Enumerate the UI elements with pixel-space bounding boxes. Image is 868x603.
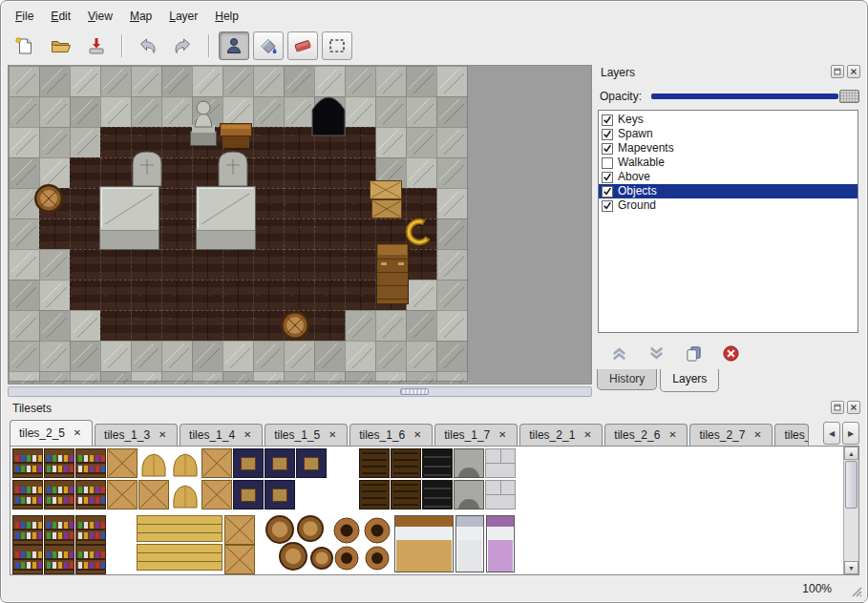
- map-h-scrollbar-thumb[interactable]: [400, 388, 429, 395]
- menu-item-file[interactable]: File: [7, 7, 42, 26]
- map-editor-window: FileEditViewMapLayerHelp Layers Opacity:…: [0, 0, 868, 603]
- tab-scroll-left-button[interactable]: ◀: [823, 422, 840, 445]
- tileset-tab-tiles_1_3[interactable]: tiles_1_3✕: [95, 424, 178, 446]
- tileset-canvas[interactable]: [11, 447, 828, 574]
- tilesets-panel-window-buttons: [831, 401, 860, 414]
- layer-row-objects[interactable]: Objects: [599, 184, 857, 198]
- close-tab-icon[interactable]: ✕: [242, 429, 253, 441]
- layer-visibility-checkbox[interactable]: [602, 143, 613, 155]
- layer-visibility-checkbox[interactable]: [602, 200, 613, 212]
- lower-layer-button[interactable]: [645, 343, 667, 364]
- layer-visibility-checkbox[interactable]: [602, 157, 613, 169]
- tileset-tab-tiles_2_7[interactable]: tiles_2_7✕: [689, 424, 773, 446]
- open-button[interactable]: [45, 31, 75, 60]
- opacity-label: Opacity:: [600, 90, 642, 103]
- tileset-tab-tiles_1_4[interactable]: tiles_1_4✕: [180, 424, 263, 446]
- layer-label: Walkable: [618, 156, 665, 169]
- duplicate-layer-button[interactable]: [682, 343, 705, 364]
- close-panel-button[interactable]: [847, 65, 860, 78]
- opacity-slider-fill: [651, 94, 838, 99]
- scroll-up-button[interactable]: ▲: [844, 447, 858, 460]
- opacity-slider[interactable]: [651, 94, 859, 99]
- tileset-v-scrollbar-thumb[interactable]: [845, 461, 857, 509]
- raise-layer-button[interactable]: [607, 343, 630, 364]
- scroll-down-button[interactable]: ▼: [844, 561, 858, 574]
- close-panel-button[interactable]: [847, 401, 860, 414]
- tileset-viewport: ▲ ▼: [10, 446, 859, 575]
- select-tool-button[interactable]: [322, 31, 352, 60]
- tileset-tab-tiles_2_1[interactable]: tiles_2_1✕: [519, 424, 603, 446]
- zoom-level: 100%: [802, 582, 832, 595]
- layers-panel: Layers Opacity: KeysSpawnMapeventsWalkab…: [596, 65, 861, 395]
- tileset-tab-tiles_2_6[interactable]: tiles_2_6✕: [604, 424, 688, 446]
- layers-panel-window-buttons: [831, 65, 860, 78]
- tileset-tab-label: tiles_1_7: [444, 428, 490, 442]
- layer-label: Ground: [618, 199, 656, 212]
- float-panel-button[interactable]: [831, 401, 844, 414]
- eraser-tool-button[interactable]: [287, 31, 318, 60]
- map-canvas[interactable]: [9, 66, 591, 384]
- tab-scroll-right-button[interactable]: ▶: [842, 422, 859, 445]
- tileset-tab-tiles_1_5[interactable]: tiles_1_5✕: [265, 424, 348, 446]
- close-tab-icon[interactable]: ✕: [157, 429, 168, 441]
- save-icon: [86, 35, 107, 56]
- panel-tab-layers[interactable]: Layers: [660, 369, 719, 392]
- layer-row-mapevents[interactable]: Mapevents: [599, 141, 857, 156]
- tileset-tab-label: tiles_1_3: [104, 428, 150, 442]
- layer-row-spawn[interactable]: Spawn: [599, 127, 857, 141]
- undo-button[interactable]: [132, 31, 162, 60]
- layer-visibility-checkbox[interactable]: [602, 114, 613, 126]
- undo-icon: [137, 35, 158, 56]
- tileset-tab-label: tiles_2_5: [19, 426, 65, 440]
- layer-label: Spawn: [618, 128, 653, 140]
- tileset-v-scrollbar[interactable]: ▲ ▼: [843, 447, 858, 574]
- duplicate-layer-icon: [685, 344, 703, 363]
- redo-button[interactable]: [168, 31, 199, 60]
- menu-item-map[interactable]: Map: [121, 7, 160, 26]
- close-tab-icon[interactable]: ✕: [327, 429, 338, 441]
- layer-row-above[interactable]: Above: [599, 170, 857, 184]
- new-button[interactable]: [9, 31, 39, 60]
- stamp-tool-icon: [223, 35, 244, 56]
- map-h-scrollbar[interactable]: [8, 386, 592, 397]
- close-tab-icon[interactable]: ✕: [412, 429, 423, 441]
- fill-tool-button[interactable]: [253, 31, 284, 60]
- panel-tabs: HistoryLayers: [597, 369, 722, 392]
- save-button[interactable]: [81, 31, 112, 60]
- layer-row-ground[interactable]: Ground: [599, 198, 857, 213]
- tileset-tab-tiles[interactable]: tiles_: [774, 424, 809, 446]
- tilesets-panel-header: Tilesets: [8, 401, 861, 417]
- tab-scroll-buttons: ◀▶: [823, 422, 859, 445]
- layer-row-walkable[interactable]: Walkable: [599, 156, 857, 170]
- menu-item-view[interactable]: View: [79, 7, 121, 26]
- resize-grip-icon: [849, 584, 862, 597]
- menu-item-layer[interactable]: Layer: [160, 7, 206, 26]
- layer-visibility-checkbox[interactable]: [602, 129, 613, 140]
- tilesets-panel: Tilesets tiles_2_5✕tiles_1_3✕tiles_1_4✕t…: [8, 401, 861, 581]
- layer-list: KeysSpawnMapeventsWalkableAboveObjectsGr…: [598, 110, 858, 333]
- layer-label: Above: [618, 171, 650, 183]
- layer-visibility-checkbox[interactable]: [602, 172, 613, 183]
- menu-item-help[interactable]: Help: [206, 7, 247, 26]
- opacity-slider-handle[interactable]: [839, 90, 859, 103]
- stamp-tool-button[interactable]: [219, 31, 249, 60]
- tileset-tab-label: tiles_: [784, 428, 809, 442]
- close-tab-icon[interactable]: ✕: [667, 429, 678, 441]
- delete-layer-button[interactable]: [719, 343, 742, 364]
- close-tab-icon[interactable]: ✕: [497, 429, 508, 441]
- tileset-tab-tiles_1_7[interactable]: tiles_1_7✕: [434, 424, 518, 446]
- resize-grip[interactable]: [849, 584, 862, 597]
- raise-layer-icon: [610, 344, 628, 363]
- float-panel-button[interactable]: [831, 65, 844, 78]
- tileset-tab-tiles_1_6[interactable]: tiles_1_6✕: [349, 424, 433, 446]
- tileset-tab-tiles_2_5[interactable]: tiles_2_5✕: [10, 420, 93, 446]
- menu-item-edit[interactable]: Edit: [42, 7, 79, 26]
- layer-visibility-checkbox[interactable]: [602, 186, 613, 198]
- close-tab-icon[interactable]: ✕: [72, 427, 83, 439]
- close-tab-icon[interactable]: ✕: [752, 429, 763, 441]
- layer-row-keys[interactable]: Keys: [599, 113, 857, 127]
- close-tab-icon[interactable]: ✕: [582, 429, 593, 441]
- layer-actions: [607, 343, 742, 364]
- delete-layer-icon: [722, 344, 740, 363]
- panel-tab-history[interactable]: History: [597, 369, 657, 390]
